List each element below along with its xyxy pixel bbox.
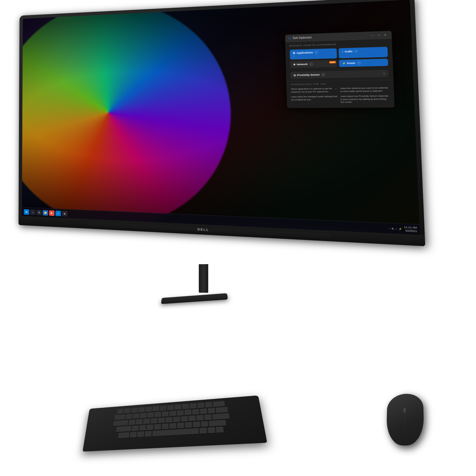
key[interactable] bbox=[177, 423, 184, 428]
power-card-title: ⚡ Power i bbox=[342, 61, 385, 65]
search-taskbar-button[interactable]: ⌕ bbox=[30, 209, 35, 215]
key-fn[interactable] bbox=[130, 432, 136, 438]
key[interactable] bbox=[166, 417, 172, 423]
volume-icon[interactable]: ♪ bbox=[395, 227, 397, 230]
minimize-button[interactable]: ─ bbox=[369, 33, 375, 38]
applications-info-icon[interactable]: i bbox=[315, 51, 318, 54]
suggestion-close-2[interactable]: × bbox=[385, 86, 389, 90]
key[interactable] bbox=[201, 421, 208, 427]
system-tray-icons: ^ ⊕ ♪ ⚡ bbox=[389, 227, 402, 230]
key[interactable] bbox=[167, 405, 174, 410]
key[interactable] bbox=[162, 424, 169, 429]
key[interactable] bbox=[138, 407, 145, 413]
chevron-tray-icon[interactable]: ^ bbox=[389, 227, 390, 230]
key-tab[interactable] bbox=[115, 414, 125, 420]
key[interactable] bbox=[192, 409, 199, 415]
key[interactable] bbox=[117, 409, 124, 414]
key[interactable] bbox=[185, 422, 192, 428]
key-caps[interactable] bbox=[113, 420, 128, 426]
suggestion-network: × Select the networks you want to be swi… bbox=[340, 86, 389, 93]
key-win[interactable] bbox=[137, 431, 144, 437]
suggestion-close-4[interactable]: × bbox=[385, 95, 389, 98]
suggestion-close-1[interactable]: × bbox=[334, 87, 338, 90]
key[interactable] bbox=[170, 423, 176, 429]
power-info-icon[interactable]: i bbox=[357, 62, 360, 65]
key[interactable] bbox=[175, 404, 181, 410]
key-shift-right[interactable] bbox=[209, 420, 226, 426]
proximity-info-icon[interactable]: i bbox=[322, 73, 325, 76]
taskview-button[interactable]: ⧉ bbox=[36, 210, 42, 215]
key[interactable] bbox=[170, 411, 176, 416]
edge-taskbar[interactable]: e bbox=[55, 210, 61, 216]
key[interactable] bbox=[143, 419, 150, 424]
media-taskbar[interactable]: ▶ bbox=[49, 210, 54, 216]
key[interactable] bbox=[131, 408, 138, 413]
key[interactable] bbox=[147, 412, 154, 418]
key[interactable] bbox=[139, 425, 146, 431]
key[interactable] bbox=[190, 403, 197, 409]
file-explorer-taskbar[interactable]: 📁 bbox=[43, 210, 48, 216]
suggestions-section: SUGGESTIONS FOR YOU × Select application… bbox=[286, 80, 394, 108]
key[interactable] bbox=[205, 402, 212, 408]
key-enter[interactable] bbox=[216, 407, 228, 413]
key[interactable] bbox=[153, 406, 159, 411]
key[interactable] bbox=[151, 418, 157, 424]
key[interactable] bbox=[200, 408, 207, 414]
suggestions-title: SUGGESTIONS FOR YOU bbox=[290, 82, 389, 86]
battery-icon: ⚡ bbox=[398, 227, 402, 230]
key[interactable] bbox=[140, 413, 147, 418]
applications-card[interactable]: ⊞ Applications i ⚙ bbox=[290, 48, 337, 60]
key-ctrl-right[interactable] bbox=[216, 427, 224, 433]
suggestion-text-4: Learn about how Proximity Sensor respond… bbox=[340, 95, 390, 103]
key-shift-left[interactable] bbox=[116, 426, 131, 432]
key[interactable] bbox=[158, 418, 165, 424]
network-card[interactable]: ⊕ Network i NEW bbox=[290, 60, 337, 68]
key-ctrl-left[interactable] bbox=[118, 432, 129, 438]
proximity-settings-icon: ⚙ bbox=[383, 72, 385, 75]
key[interactable] bbox=[160, 406, 166, 411]
applications-card-title: ⊞ Applications i bbox=[293, 51, 334, 54]
key[interactable] bbox=[196, 415, 204, 421]
key[interactable] bbox=[133, 413, 139, 419]
key[interactable] bbox=[154, 412, 161, 417]
key[interactable] bbox=[132, 425, 139, 431]
wifi-icon[interactable]: ⊕ bbox=[391, 227, 394, 230]
start-button[interactable]: ⊞ bbox=[24, 209, 29, 215]
power-card[interactable]: ⚡ Power i bbox=[339, 59, 388, 67]
key[interactable] bbox=[193, 422, 200, 427]
key-menu[interactable] bbox=[207, 427, 215, 433]
key[interactable] bbox=[162, 411, 169, 417]
close-button[interactable]: ✕ bbox=[382, 32, 388, 37]
key-alt[interactable] bbox=[145, 431, 152, 437]
key[interactable] bbox=[147, 425, 153, 430]
key[interactable] bbox=[173, 416, 180, 422]
maximize-button[interactable]: □ bbox=[376, 32, 382, 38]
key[interactable] bbox=[197, 403, 204, 408]
audio-info-icon[interactable]: i bbox=[354, 50, 358, 53]
proximity-card[interactable]: ◎ Proximity Sensor i ⚙ bbox=[290, 70, 389, 79]
store-taskbar[interactable]: ◈ bbox=[62, 211, 67, 216]
key-enter-wide[interactable] bbox=[212, 413, 230, 420]
key[interactable] bbox=[136, 419, 143, 425]
key[interactable] bbox=[182, 404, 189, 409]
key[interactable] bbox=[188, 416, 196, 421]
proximity-icon: ◎ bbox=[293, 74, 296, 76]
key[interactable] bbox=[177, 410, 184, 416]
key[interactable] bbox=[208, 408, 215, 414]
monitor-frame: DELL bbox=[18, 0, 425, 246]
key-backspace[interactable] bbox=[213, 401, 225, 407]
key[interactable] bbox=[129, 420, 135, 425]
suggestion-proximity: × Learn about how Proximity Sensor respo… bbox=[340, 95, 390, 103]
key[interactable] bbox=[126, 414, 132, 419]
audio-card[interactable]: ♪ Audio i bbox=[339, 47, 388, 58]
system-clock[interactable]: 11:11 AM 10/25/21 bbox=[404, 226, 417, 233]
key[interactable] bbox=[145, 407, 152, 412]
key-alt-right[interactable] bbox=[200, 428, 207, 434]
key[interactable] bbox=[204, 414, 212, 420]
key[interactable] bbox=[124, 408, 131, 413]
key[interactable] bbox=[185, 409, 191, 415]
network-info-icon[interactable]: i bbox=[309, 63, 312, 66]
key[interactable] bbox=[154, 424, 161, 430]
key[interactable] bbox=[181, 416, 188, 422]
mouse[interactable] bbox=[386, 392, 424, 445]
